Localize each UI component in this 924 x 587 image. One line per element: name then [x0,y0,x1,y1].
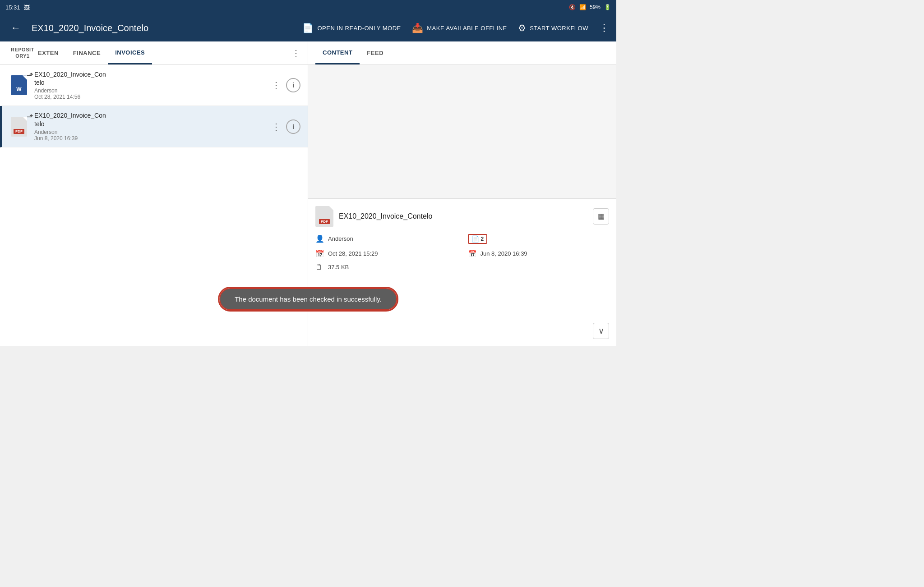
start-workflow-button[interactable]: ⚙ START WORKFLOW [518,23,588,33]
file-icon-word: W ⬏ [9,74,29,96]
toast-message: The document has been checked in success… [219,288,397,310]
document-title: EX10_2020_Invoice_Contelo [32,23,148,33]
file-name: EX10_2020_Invoice_Con telo [34,70,266,87]
doc-modified-date: 📅 Jun 8, 2020 16:39 [468,249,610,258]
file-info: EX10_2020_Invoice_Con telo Anderson Jun … [34,111,266,141]
make-offline-label: MAKE AVAILABLE OFFLINE [427,25,507,32]
version-doc-icon: 📄 [471,235,479,243]
doc-title: EX10_2020_Invoice_Contelo [339,212,587,220]
list-item[interactable]: PDF ⬏ EX10_2020_Invoice_Con telo Anderso… [0,106,308,147]
toast-overlay: The document has been checked in success… [219,288,397,310]
file-info-icon[interactable]: i [286,78,300,92]
wifi-icon: 📶 [579,4,586,10]
document-preview [308,65,616,199]
calendar-icon: 📅 [315,249,324,258]
filesize-icon: 🗒 [315,263,324,271]
doc-version[interactable]: 📄 2 [468,234,610,244]
doc-created-date: 📅 Oct 28, 2021 15:29 [315,249,457,258]
header-more-icon[interactable]: ⋮ [599,22,609,34]
file-info-icon[interactable]: i [286,119,300,134]
file-more-icon[interactable]: ⋮ [272,121,281,132]
status-bar: 15:31 🖼 🔇 📶 59% 🔋 [0,0,616,14]
battery-level: 59% [590,4,601,10]
start-workflow-icon: ⚙ [518,23,527,33]
doc-grid-button[interactable]: ▦ [593,208,609,225]
file-name: EX10_2020_Invoice_Con telo [34,111,266,128]
back-button[interactable]: ← [7,20,24,36]
document-info: PDF EX10_2020_Invoice_Contelo ▦ 👤 Anders… [308,199,616,347]
tab-repository1[interactable]: REPOSITORY1 [4,41,31,64]
list-item[interactable]: W ⬏ EX10_2020_Invoice_Con telo Anderson … [0,65,308,106]
make-offline-button[interactable]: 📥 MAKE AVAILABLE OFFLINE [412,23,507,33]
open-readonly-icon: 📄 [302,23,314,33]
file-meta: Anderson Jun 8, 2020 16:39 [34,129,266,142]
battery-icon: 🔋 [604,4,611,10]
file-info: EX10_2020_Invoice_Con telo Anderson Oct … [34,70,266,100]
right-tab-bar: CONTENT FEED [308,41,616,65]
scroll-down-button[interactable]: ∨ [593,323,609,339]
doc-author: 👤 Anderson [315,234,457,244]
tab-feed[interactable]: FEED [360,41,391,64]
tab-invoices[interactable]: INVOICES [108,41,152,64]
open-readonly-button[interactable]: 📄 OPEN IN READ-ONLY MODE [302,23,401,33]
author-icon: 👤 [315,234,324,243]
app-header: ← EX10_2020_Invoice_Contelo 📄 OPEN IN RE… [0,14,616,41]
left-tab-bar: REPOSITORY1 EXTEN FINANCE INVOICES ⋮ [0,41,308,65]
make-offline-icon: 📥 [412,23,424,33]
image-icon: 🖼 [24,4,30,11]
checkout-icon: ⬏ [27,70,33,80]
file-icon-pdf: PDF ⬏ [9,115,29,138]
status-time: 15:31 [5,4,20,11]
checkout-icon: ⬏ [27,112,33,122]
tab-exten[interactable]: EXTEN [31,41,66,64]
file-meta: Anderson Oct 28, 2021 14:56 [34,87,266,100]
open-readonly-label: OPEN IN READ-ONLY MODE [317,25,401,32]
doc-pdf-icon: PDF [315,206,333,227]
file-more-icon[interactable]: ⋮ [272,80,281,91]
calendar2-icon: 📅 [468,249,477,258]
tab-finance[interactable]: FINANCE [66,41,108,64]
version-number: 2 [481,236,484,242]
start-workflow-label: START WORKFLOW [530,25,588,32]
tab-content[interactable]: CONTENT [315,41,360,64]
mute-icon: 🔇 [569,4,576,10]
left-tab-more-icon[interactable]: ⋮ [288,48,304,59]
doc-file-size: 🗒 37.5 KB [315,263,457,271]
